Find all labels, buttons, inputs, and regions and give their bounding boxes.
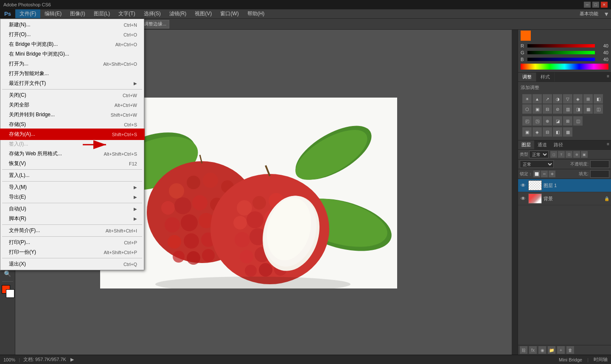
color-swatches[interactable]: [0, 285, 15, 300]
timelapse-label[interactable]: 时间轴: [594, 356, 608, 363]
adj-color-lookup[interactable]: ⊟: [543, 104, 552, 114]
adjust-edge-button[interactable]: 调整边缘...: [141, 20, 169, 28]
menu-open-smart[interactable]: 打开为智能对象...: [0, 69, 144, 78]
layer-row-2[interactable]: 👁 背景 🔒: [518, 192, 611, 205]
add-layer-btn[interactable]: +: [557, 346, 565, 354]
adj-extra-9[interactable]: ⊟: [543, 127, 552, 137]
adj-extra-2[interactable]: ◳: [533, 116, 542, 126]
menu-image[interactable]: 图像(I): [66, 9, 89, 18]
blend-mode-select[interactable]: 正常: [520, 160, 554, 168]
channel-r-slider[interactable]: [527, 44, 595, 48]
adj-extra-4[interactable]: ◪: [553, 116, 562, 126]
type-icon-1[interactable]: ◻: [550, 151, 557, 158]
minimize-button[interactable]: ─: [584, 2, 591, 8]
tab-paths[interactable]: 路径: [550, 140, 566, 149]
lock-transparent[interactable]: ⬜: [533, 171, 540, 177]
add-style-btn[interactable]: fx: [529, 346, 537, 354]
delete-layer-btn[interactable]: 🗑: [566, 346, 574, 354]
add-mask-btn[interactable]: ◉: [538, 346, 546, 354]
menu-checkin[interactable]: 签入(I)...: [0, 139, 144, 149]
link-layers-btn[interactable]: ⛓: [520, 346, 527, 354]
menu-recent[interactable]: 最近打开文件(T) ▶: [0, 78, 144, 88]
maximize-button[interactable]: □: [592, 2, 599, 8]
adj-brightness[interactable]: ☀: [522, 94, 532, 104]
menu-print-one[interactable]: 打印一份(Y) Alt+Shift+Ctrl+P: [0, 247, 144, 257]
menu-exit[interactable]: 退出(X) Ctrl+Q: [0, 259, 144, 269]
background-color[interactable]: [6, 289, 14, 298]
adj-channel-mixer[interactable]: ▣: [533, 104, 542, 114]
adj-posterize[interactable]: ▥: [563, 104, 572, 114]
menu-scripts[interactable]: 脚本(R) ▶: [0, 214, 144, 224]
fill-input[interactable]: 100%: [590, 170, 609, 178]
lock-image[interactable]: ✏: [541, 171, 548, 177]
adj-invert[interactable]: ⊘: [553, 104, 562, 114]
type-icon-5[interactable]: ▣: [581, 151, 588, 158]
menu-save[interactable]: 存储(S) Ctrl+S: [0, 120, 144, 129]
channel-g-slider[interactable]: [527, 51, 595, 54]
menu-export[interactable]: 导出(E) ▶: [0, 192, 144, 202]
adj-extra-6[interactable]: ◫: [573, 116, 583, 126]
active-color-swatch[interactable]: [521, 31, 531, 41]
menu-revert[interactable]: 恢复(V) F12: [0, 159, 144, 168]
menu-window[interactable]: 窗口(W): [216, 9, 243, 18]
adj-hsl[interactable]: ◈: [573, 94, 583, 104]
layer-2-eye[interactable]: 👁: [520, 195, 527, 202]
adj-extra-10[interactable]: ◧: [553, 127, 562, 137]
menu-place[interactable]: 置入(L)...: [0, 171, 144, 180]
color-spectrum[interactable]: [521, 64, 608, 70]
menu-print[interactable]: 打印(P)... Ctrl+P: [0, 238, 144, 247]
menu-view[interactable]: 视图(V): [191, 9, 216, 18]
tab-styles[interactable]: 样式: [536, 73, 555, 81]
menu-close[interactable]: 关闭(C) Ctrl+W: [0, 90, 144, 100]
menu-select[interactable]: 选择(S): [140, 9, 165, 18]
add-group-btn[interactable]: 📁: [548, 346, 555, 354]
menu-browse-mini-bridge[interactable]: 在 Mini Bridge 中浏览(G)...: [0, 49, 144, 59]
menu-open[interactable]: 打开(O)... Ctrl+O: [0, 30, 144, 39]
channel-b-slider[interactable]: [527, 58, 595, 61]
menu-automate[interactable]: 自动(U) ▶: [0, 204, 144, 214]
adj-exposure[interactable]: ◑: [553, 94, 562, 104]
status-arrow[interactable]: ▶: [70, 357, 75, 362]
opacity-input[interactable]: 100%: [590, 160, 609, 168]
workspace-arrow[interactable]: ▼: [602, 11, 611, 17]
adj-extra-3[interactable]: ⊕: [543, 116, 552, 126]
type-icon-2[interactable]: T: [558, 151, 565, 158]
menu-save-web[interactable]: 存储为 Web 所用格式... Alt+Shift+Ctrl+S: [0, 149, 144, 159]
menu-open-as[interactable]: 打开为... Alt+Shift+Ctrl+O: [0, 59, 144, 69]
adj-vibrance[interactable]: ▽: [563, 94, 572, 104]
menu-close-all[interactable]: 关闭全部 Alt+Ctrl+W: [0, 100, 144, 110]
adj-curves[interactable]: ↗: [543, 94, 552, 104]
adj-photo-filter[interactable]: ⬡: [522, 104, 532, 114]
adj-colorbalance[interactable]: ⊞: [583, 94, 593, 104]
mini-bridge-label[interactable]: Mini Bridge: [559, 357, 582, 362]
tab-adjustments[interactable]: 调整: [518, 73, 536, 81]
workspace-selector[interactable]: 基本功能: [576, 11, 602, 17]
adj-extra-8[interactable]: ◈: [533, 127, 542, 137]
layers-type-select[interactable]: 正常: [529, 151, 549, 158]
adj-gradient-map[interactable]: ▦: [583, 104, 593, 114]
layer-row-1[interactable]: 👁 图层 1: [518, 179, 611, 192]
menu-close-bridge[interactable]: 关闭并转到 Bridge... Shift+Ctrl+W: [0, 110, 144, 120]
layer-1-eye[interactable]: 👁: [520, 182, 527, 189]
menu-layer[interactable]: 图层(L): [90, 9, 115, 18]
type-icon-4[interactable]: ⊕: [573, 151, 580, 158]
adj-threshold[interactable]: ◨: [573, 104, 583, 114]
menu-edit[interactable]: 编辑(E): [40, 9, 66, 18]
close-button[interactable]: ✕: [601, 2, 608, 8]
menu-text[interactable]: 文字(T): [114, 9, 139, 18]
adj-levels[interactable]: ▲: [533, 94, 542, 104]
menu-save-as[interactable]: 存储为(A)... Shift+Ctrl+S: [0, 129, 144, 139]
type-icon-3[interactable]: ⊡: [566, 151, 572, 158]
menu-import[interactable]: 导入(M) ▶: [0, 182, 144, 192]
layers-panel-menu[interactable]: ≡: [605, 140, 611, 149]
adj-bw[interactable]: ◧: [594, 94, 603, 104]
adjustments-panel-menu[interactable]: ≡: [605, 73, 611, 81]
menu-help[interactable]: 帮助(H): [243, 9, 269, 18]
adj-selective-color[interactable]: ◫: [594, 104, 603, 114]
adj-extra-7[interactable]: ▣: [522, 127, 532, 137]
adj-extra-5[interactable]: ⊞: [563, 116, 572, 126]
tab-channels[interactable]: 通道: [534, 140, 550, 149]
tab-layers[interactable]: 图层: [518, 140, 534, 149]
adj-extra-11[interactable]: ▦: [563, 127, 572, 137]
menu-file-info[interactable]: 文件简介(F)... Alt+Shift+Ctrl+I: [0, 226, 144, 235]
